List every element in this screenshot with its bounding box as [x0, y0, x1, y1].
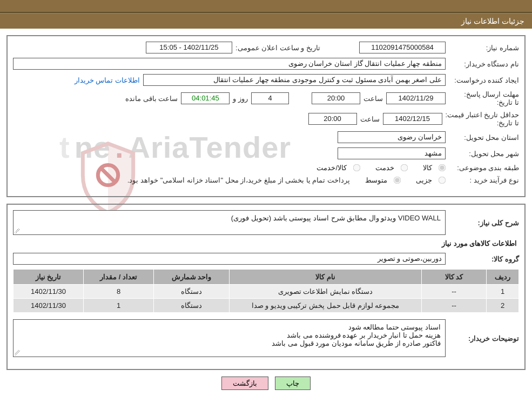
announce-value: 1402/11/25 - 15:05	[146, 42, 232, 53]
th-code: کد کالا	[422, 270, 487, 285]
cell-qty: 1	[84, 299, 154, 313]
time-remaining-label: ساعت باقی مانده	[125, 95, 178, 103]
price-valid-label-1: حداقل تاریخ اعتبار قیمت:	[446, 111, 519, 119]
row-city: شهر محل تحویل: مشهد	[13, 147, 519, 159]
items-section-header: اطلاعات کالاهای مورد نیاز	[15, 239, 517, 247]
cell-name: دستگاه نمایش اطلاعات تصویری	[230, 285, 422, 299]
answer-date-value: 1402/11/29	[386, 92, 446, 104]
radio-service-label: خدمت	[375, 164, 394, 172]
row-group: گروه کالا: دوربین،صوتی و تصویر	[13, 253, 519, 265]
city-label: شهر محل تحویل:	[449, 150, 519, 158]
requester-label: ایجاد کننده درخواست:	[449, 76, 519, 84]
countdown-value: 04:01:45	[181, 92, 230, 104]
cell-code: --	[422, 299, 487, 313]
category-label: طبقه بندی موضوعی:	[449, 164, 519, 172]
cell-code: --	[422, 285, 487, 299]
requester-value: علی اصغر بهمن آبادی مسئول ثبت و کنترل مو…	[143, 74, 446, 86]
radio-goods-service-label: کالا/خدمت	[316, 164, 347, 172]
overall-need-label: شرح کلی نیاز:	[449, 219, 519, 227]
row-category: طبقه بندی موضوعی: کالا خدمت کالا/خدمت	[13, 164, 519, 172]
cell-qty: 8	[84, 285, 154, 299]
cell-unit: دستگاه	[154, 285, 230, 299]
answer-deadline-label: مهلت ارسال پاسخ: تا تاریخ:	[449, 90, 519, 106]
province-label: استان محل تحویل:	[449, 133, 519, 142]
buyer-org-value: منطقه چهار عملیات انتقال گاز استان خراسا…	[13, 58, 446, 70]
items-table-header-row: ردیف کد کالا نام کالا واحد شمارش تعداد /…	[14, 270, 519, 285]
price-valid-date-value: 1402/12/15	[383, 113, 442, 125]
cell-row: 2	[487, 299, 519, 313]
cell-name: مجموعه لوازم قابل حمل پخش ترکیبی ویدیو و…	[230, 299, 422, 313]
table-row: 1 -- دستگاه نمایش اطلاعات تصویری دستگاه …	[14, 285, 519, 299]
cell-date: 1402/11/30	[14, 299, 84, 313]
radio-partial[interactable]	[439, 177, 446, 184]
button-bar: چاپ بازگشت	[0, 377, 532, 390]
th-name: نام کالا	[230, 270, 422, 285]
group-value: دوربین،صوتی و تصویر	[13, 253, 446, 265]
row-price-valid: حداقل تاریخ اعتبار قیمت: تا تاریخ: 1402/…	[13, 111, 519, 127]
radio-medium[interactable]	[394, 177, 401, 184]
row-answer-deadline: مهلت ارسال پاسخ: تا تاریخ: 1402/11/29 سا…	[13, 90, 519, 106]
radio-goods-service[interactable]	[353, 164, 361, 172]
th-unit: واحد شمارش	[154, 270, 230, 285]
announce-label: تاریخ و ساعت اعلان عمومی:	[235, 44, 320, 52]
print-button[interactable]: چاپ	[275, 377, 311, 390]
top-divider-band	[0, 0, 532, 13]
price-valid-time-value: 20:00	[308, 113, 357, 125]
answer-deadline-label-1: مهلت ارسال پاسخ:	[464, 90, 519, 98]
row-need-no: شماره نیاز: 1102091475000584 تاریخ و ساع…	[13, 42, 519, 53]
th-date: تاریخ نیاز	[14, 270, 84, 285]
need-frame: شرح کلی نیاز: VIDEO WALL ویدئو وال مطابق…	[6, 204, 526, 370]
back-button[interactable]: بازگشت	[221, 377, 268, 390]
buyer-org-label: نام دستگاه خریدار:	[449, 60, 519, 68]
radio-partial-label: جزیی	[416, 176, 432, 184]
radio-goods[interactable]	[439, 164, 446, 172]
table-row: 2 -- مجموعه لوازم قابل حمل پخش ترکیبی وی…	[14, 299, 519, 313]
answer-time-value: 20:00	[312, 92, 360, 104]
city-value: مشهد	[338, 147, 446, 159]
buyer-contact-link[interactable]: اطلاعات تماس خریدار	[75, 76, 140, 84]
need-no-label: شماره نیاز:	[449, 44, 519, 52]
cell-date: 1402/11/30	[14, 285, 84, 299]
page-title: جزئیات اطلاعات نیاز	[461, 17, 524, 25]
row-buyer-notes: توضیحات خریدار: اسناد پیوستی حتما مطالعه…	[13, 319, 519, 357]
group-label: گروه کالا:	[449, 255, 519, 263]
th-qty: تعداد / مقدار	[84, 270, 154, 285]
page-title-band: جزئیات اطلاعات نیاز	[0, 13, 532, 29]
info-frame: شماره نیاز: 1102091475000584 تاریخ و ساع…	[6, 35, 526, 197]
row-overall-need: شرح کلی نیاز: VIDEO WALL ویدئو وال مطابق…	[13, 210, 519, 235]
cell-row: 1	[487, 285, 519, 299]
province-value: خراسان رضوی	[338, 131, 446, 143]
buyer-notes-label: توضیحات خریدار:	[449, 334, 519, 342]
need-no-value: 1102091475000584	[359, 42, 446, 53]
th-row: ردیف	[487, 270, 519, 285]
price-valid-label-2: تا تاریخ:	[446, 119, 519, 127]
days-remaining-value: 4	[251, 92, 289, 104]
items-table: ردیف کد کالا نام کالا واحد شمارش تعداد /…	[13, 269, 519, 313]
radio-service[interactable]	[401, 164, 408, 172]
row-buyer-org: نام دستگاه خریدار: منطقه چهار عملیات انت…	[13, 58, 519, 70]
radio-medium-label: متوسط	[365, 176, 387, 184]
overall-need-text[interactable]: VIDEO WALL ویدئو وال مطابق شرح اسناد پیو…	[13, 210, 446, 235]
row-purchase-type: نوع فرآیند خرید : جزیی متوسط پرداخت تمام…	[13, 176, 519, 184]
purchase-type-label: نوع فرآیند خرید :	[449, 176, 519, 184]
days-label: روز و	[233, 95, 248, 103]
radio-goods-label: کالا	[423, 164, 432, 172]
cell-unit: دستگاه	[154, 299, 230, 313]
answer-time-label: ساعت	[363, 95, 383, 103]
price-valid-label: حداقل تاریخ اعتبار قیمت: تا تاریخ:	[446, 111, 519, 127]
purchase-note: پرداخت تمام یا بخشی از مبلغ خرید،از محل …	[127, 176, 350, 184]
row-province: استان محل تحویل: خراسان رضوی	[13, 131, 519, 143]
price-valid-time-label: ساعت	[360, 115, 380, 123]
answer-deadline-label-2: تا تاریخ:	[449, 98, 519, 106]
row-requester: ایجاد کننده درخواست: علی اصغر بهمن آبادی…	[13, 74, 519, 86]
buyer-notes-text[interactable]: اسناد پیوستی حتما مطالعه شود هزینه حمل ت…	[13, 319, 446, 357]
